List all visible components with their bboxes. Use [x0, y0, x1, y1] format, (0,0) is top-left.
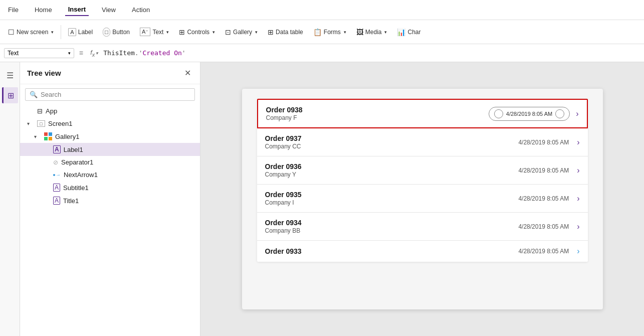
data-table-button[interactable]: ⊞ Data table: [264, 26, 307, 39]
tree-item-label-title1: Title1: [63, 197, 79, 205]
gallery-container: Order 0938 Company F 4/28/2019 8:05 AM ›…: [257, 99, 588, 262]
label-icon-tree: A: [53, 145, 61, 153]
tree-item-label-app: App: [46, 107, 57, 115]
row-content-4: Order 0934 Company BB: [265, 219, 519, 234]
media-caret: ▾: [384, 30, 387, 35]
menu-view[interactable]: View: [99, 4, 119, 16]
tree-item-screen1[interactable]: ▾ □ Screen1: [20, 117, 200, 130]
label-button[interactable]: A Label: [64, 26, 97, 39]
row-date-3: 4/28/2019 8:05 AM: [518, 195, 569, 202]
row-arrow-5[interactable]: ›: [577, 247, 579, 256]
menu-home[interactable]: Home: [32, 4, 55, 16]
forms-button[interactable]: 📋 Forms ▾: [309, 26, 350, 39]
tree-item-label1[interactable]: A Label1: [20, 143, 200, 156]
separator-icon: ⊘: [53, 159, 58, 166]
controls-caret: ▾: [212, 30, 215, 35]
row-date-5: 4/28/2019 8:05 AM: [518, 248, 569, 255]
controls-icon: ⊞: [179, 28, 185, 36]
tree-item-subtitle1[interactable]: A Subtitle1: [20, 181, 200, 194]
formula-input[interactable]: ThisItem.'Created On': [103, 49, 640, 57]
fx-label: fx: [90, 49, 95, 58]
gallery-row-1[interactable]: Order 0937 Company CC 4/28/2019 8:05 AM …: [257, 128, 588, 156]
tree-item-separator1[interactable]: ⊘ Separator1: [20, 156, 200, 169]
row-order-1: Order 0937: [265, 134, 519, 142]
row-date-4: 4/28/2019 8:05 AM: [518, 223, 569, 230]
row-content-5: Order 0933: [265, 247, 519, 255]
new-screen-caret: ▾: [51, 30, 54, 35]
gallery-icon: ⊡: [225, 28, 231, 36]
tree-item-app[interactable]: ⊟ App: [20, 105, 200, 117]
label-icon: A: [68, 28, 76, 36]
button-button[interactable]: □ Button: [99, 25, 134, 39]
separator1: [61, 25, 61, 39]
tree-header: Tree view ✕: [20, 62, 200, 84]
layers-icon[interactable]: ⊞: [2, 87, 18, 103]
char-button[interactable]: 📊 Char: [393, 26, 424, 39]
gallery-row-4[interactable]: Order 0934 Company BB 4/28/2019 8:05 AM …: [257, 213, 588, 241]
menu-file[interactable]: File: [5, 4, 22, 16]
tree-item-nextarrow1[interactable]: → NextArrow1: [20, 169, 200, 181]
row-company-0: Company F: [266, 114, 489, 121]
media-icon: 🖼: [356, 28, 363, 36]
nextarrow-icon: →: [53, 172, 61, 178]
row-arrow-4[interactable]: ›: [577, 222, 579, 231]
title-label-icon: A: [53, 197, 60, 205]
row-company-2: Company Y: [265, 171, 519, 178]
hamburger-icon[interactable]: ☰: [2, 67, 18, 83]
tree-item-label-subtitle1: Subtitle1: [63, 184, 89, 192]
tree-item-label-nextarrow1: NextArrow1: [64, 171, 98, 179]
menu-action[interactable]: Action: [129, 4, 153, 16]
fx-button[interactable]: fx ▾: [88, 49, 100, 58]
tree-item-title1[interactable]: A Title1: [20, 194, 200, 207]
search-icon: 🔍: [30, 91, 38, 98]
text-caret: ▾: [166, 30, 169, 35]
gallery-row-5[interactable]: Order 0933 4/28/2019 8:05 AM ›: [257, 241, 588, 262]
chart-icon: 📊: [397, 28, 405, 36]
row-order-2: Order 0936: [265, 162, 519, 171]
new-screen-button[interactable]: ☐ New screen ▾: [4, 26, 58, 39]
row-order-3: Order 0935: [265, 191, 519, 199]
controls-button[interactable]: ⊞ Controls ▾: [175, 26, 219, 39]
row-arrow-3[interactable]: ›: [577, 194, 579, 203]
tree-item-label-separator1: Separator1: [61, 158, 93, 166]
row-order-0: Order 0938: [266, 106, 489, 114]
tree-search-input[interactable]: [41, 91, 190, 98]
media-button[interactable]: 🖼 Media ▾: [352, 26, 391, 39]
tree-item-gallery1[interactable]: ▾ Gallery1: [20, 130, 200, 143]
tree-item-label-screen1: Screen1: [48, 120, 72, 127]
circle-right-0: [555, 109, 564, 118]
row-arrow-0[interactable]: ›: [576, 109, 578, 118]
menu-insert[interactable]: Insert: [65, 4, 89, 16]
row-content-0: Order 0938 Company F: [266, 106, 489, 121]
gallery-row-0[interactable]: Order 0938 Company F 4/28/2019 8:05 AM ›: [257, 99, 588, 128]
toolbar: ☐ New screen ▾ A Label □ Button A⁻ Text …: [0, 20, 644, 44]
gallery-caret: ▾: [255, 30, 258, 35]
forms-icon: 📋: [313, 28, 322, 36]
tree-close-button[interactable]: ✕: [182, 67, 193, 79]
property-selector[interactable]: Text ▾: [4, 48, 74, 58]
formula-bar: Text ▾ = fx ▾ ThisItem.'Created On': [0, 44, 644, 62]
data-table-icon: ⊞: [268, 28, 274, 36]
new-screen-icon: ☐: [8, 28, 15, 36]
app-icon: ⊟: [37, 107, 43, 115]
fx-caret: ▾: [96, 51, 98, 56]
row-company-1: Company CC: [265, 143, 519, 150]
screen-icon: □: [37, 120, 45, 127]
row-content-3: Order 0935 Company I: [265, 191, 519, 206]
row-order-4: Order 0934: [265, 219, 519, 227]
text-button[interactable]: A⁻ Text ▾: [136, 25, 173, 39]
gallery-row-3[interactable]: Order 0935 Company I 4/28/2019 8:05 AM ›: [257, 185, 588, 213]
row-company-4: Company BB: [265, 227, 519, 234]
gallery-row-2[interactable]: Order 0936 Company Y 4/28/2019 8:05 AM ›: [257, 156, 588, 185]
tree-content: ⊟ App ▾ □ Screen1 ▾ Gallery1: [20, 105, 200, 336]
forms-caret: ▾: [344, 30, 346, 35]
row-arrow-2[interactable]: ›: [577, 166, 579, 175]
button-icon: □: [103, 28, 110, 37]
row-arrow-1[interactable]: ›: [577, 138, 579, 147]
row-company-3: Company I: [265, 199, 519, 206]
tree-item-label-gallery1: Gallery1: [55, 133, 79, 140]
tree-view-title: Tree view: [27, 69, 61, 77]
selector-caret: ▾: [68, 51, 71, 56]
gallery-button[interactable]: ⊡ Gallery ▾: [221, 26, 262, 39]
expand-icon-gallery1: ▾: [34, 134, 41, 139]
